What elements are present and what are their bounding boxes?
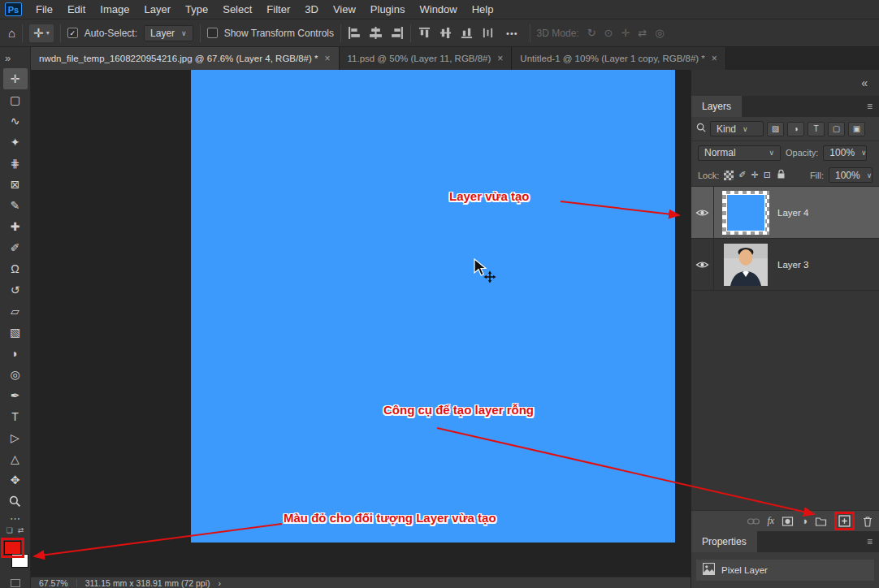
history-brush-tool[interactable]: ↺ xyxy=(3,279,28,300)
new-layer-button[interactable] xyxy=(838,515,851,527)
type-tool[interactable]: T xyxy=(3,406,28,427)
menu-filter[interactable]: Filter xyxy=(259,3,297,15)
collapse-panels-chevrons[interactable]: « xyxy=(861,76,868,89)
eraser-tool[interactable]: ▱ xyxy=(3,300,28,322)
menu-3d[interactable]: 3D xyxy=(297,3,326,15)
default-colors-icon[interactable]: ❏ xyxy=(6,526,13,534)
menu-layer[interactable]: Layer xyxy=(137,3,179,15)
tab-document-3[interactable]: Untitled-1 @ 109% (Layer 1 copy, RGB/8#)… xyxy=(512,47,726,70)
blur-tool[interactable]: ◗ xyxy=(3,343,28,364)
link-layers-icon[interactable] xyxy=(747,516,760,527)
gradient-tool[interactable]: ▧ xyxy=(3,322,28,343)
more-options-button[interactable]: ••• xyxy=(501,27,523,40)
layer-name[interactable]: Layer 3 xyxy=(777,260,808,270)
opacity-dropdown[interactable]: 100% ∨ xyxy=(823,145,867,161)
close-icon[interactable]: × xyxy=(497,53,503,64)
eyedropper-tool[interactable]: ✎ xyxy=(3,195,28,216)
path-selection-tool[interactable]: ▷ xyxy=(3,427,28,448)
layer-name[interactable]: Layer 4 xyxy=(777,208,808,218)
layer-style-fx-icon[interactable]: fx xyxy=(767,515,774,527)
align-right-edges-icon[interactable] xyxy=(390,27,404,39)
tab-document-1[interactable]: nwdn_file_temp_1608220954216.jpg @ 67.6%… xyxy=(31,47,340,70)
close-icon[interactable]: × xyxy=(324,53,330,64)
align-bottom-edges-icon[interactable] xyxy=(460,27,474,39)
distribute-horizontal-icon[interactable] xyxy=(481,27,495,39)
lock-transparency-icon[interactable] xyxy=(724,171,734,180)
menu-window[interactable]: Window xyxy=(412,3,464,15)
fill-dropdown[interactable]: 100% ∨ xyxy=(829,167,873,183)
delete-layer-trash-icon[interactable] xyxy=(862,516,873,527)
menu-type[interactable]: Type xyxy=(178,3,215,15)
shape-layer-filter-icon[interactable]: ▢ xyxy=(828,122,845,136)
panel-menu-icon[interactable]: ≡ xyxy=(867,96,879,117)
lock-artboard-icon[interactable]: ⊡ xyxy=(764,170,771,180)
toolbar-collapse-chevrons[interactable]: » xyxy=(0,47,30,68)
3d-pan-icon[interactable]: ✛ xyxy=(621,27,630,39)
3d-roll-icon[interactable]: ⊙ xyxy=(604,27,613,39)
3d-zoom-icon[interactable]: ◎ xyxy=(655,27,664,39)
auto-select-target-dropdown[interactable]: Layer ∨ xyxy=(144,25,193,41)
align-left-edges-icon[interactable] xyxy=(348,27,362,39)
show-transform-checkbox[interactable] xyxy=(207,28,218,38)
menu-select[interactable]: Select xyxy=(215,3,259,15)
shape-tool[interactable]: △ xyxy=(3,448,28,469)
brush-tool[interactable]: ✐ xyxy=(3,237,28,258)
menu-plugins[interactable]: Plugins xyxy=(363,3,413,15)
zoom-tool[interactable] xyxy=(3,491,28,512)
lasso-tool[interactable]: ∿ xyxy=(3,110,28,132)
tab-properties[interactable]: Properties xyxy=(691,531,757,552)
visibility-eye-icon[interactable] xyxy=(691,187,714,238)
align-horizontal-centers-icon[interactable] xyxy=(369,27,383,39)
edit-toolbar-dots-icon[interactable]: ⋯ xyxy=(10,512,20,525)
quick-selection-tool[interactable]: ✦ xyxy=(3,132,28,153)
clone-stamp-tool[interactable]: Ω xyxy=(3,258,28,279)
layer-row-layer-3[interactable]: Layer 3 xyxy=(691,239,879,291)
lock-pixels-icon[interactable]: ✐ xyxy=(738,170,746,180)
dodge-tool[interactable]: ◎ xyxy=(3,364,28,385)
type-layer-filter-icon[interactable]: T xyxy=(808,122,825,136)
menu-view[interactable]: View xyxy=(326,3,363,15)
zoom-level-field[interactable]: 67.57% xyxy=(39,578,68,588)
layer-row-layer-4[interactable]: Layer 4 xyxy=(691,187,879,239)
tab-layers[interactable]: Layers xyxy=(691,96,742,117)
3d-orbit-icon[interactable]: ↻ xyxy=(587,27,596,39)
align-top-edges-icon[interactable] xyxy=(418,27,431,39)
adjustment-layer-icon[interactable]: ◑ xyxy=(801,515,808,527)
layer-thumbnail-blue[interactable] xyxy=(722,191,769,235)
adjustment-layer-filter-icon[interactable]: ◑ xyxy=(787,122,804,136)
rectangular-marquee-tool[interactable]: ▢ xyxy=(3,89,28,110)
hand-tool[interactable]: ✥ xyxy=(3,469,28,491)
canvas-workspace[interactable] xyxy=(31,70,691,577)
smart-object-filter-icon[interactable]: ▣ xyxy=(848,122,865,136)
layer-thumbnail-portrait[interactable] xyxy=(722,243,769,287)
pen-tool[interactable]: ✒ xyxy=(3,385,28,406)
pixel-layer-filter-icon[interactable]: ▨ xyxy=(767,122,784,136)
menu-file[interactable]: File xyxy=(28,3,60,15)
menu-edit[interactable]: Edit xyxy=(60,3,93,15)
menu-help[interactable]: Help xyxy=(465,3,501,15)
move-tool[interactable]: ✛ xyxy=(3,68,28,89)
tab-document-2[interactable]: 11.psd @ 50% (Layer 11, RGB/8#) × xyxy=(340,47,513,70)
layer-mask-icon[interactable] xyxy=(782,516,794,527)
align-vertical-centers-icon[interactable] xyxy=(439,27,452,39)
close-icon[interactable]: × xyxy=(712,53,717,64)
screen-mode-icon[interactable] xyxy=(11,579,20,587)
document-canvas-blue-layer[interactable] xyxy=(191,70,675,543)
blend-mode-dropdown[interactable]: Normal ∨ xyxy=(698,145,781,161)
panel-menu-icon[interactable]: ≡ xyxy=(867,531,879,552)
lock-position-icon[interactable]: ✛ xyxy=(751,170,759,180)
menu-image[interactable]: Image xyxy=(93,3,136,15)
new-group-folder-icon[interactable] xyxy=(815,516,827,526)
frame-tool[interactable]: ⊠ xyxy=(3,174,28,195)
auto-select-checkbox[interactable]: ✓ xyxy=(67,28,78,38)
kind-filter-dropdown[interactable]: Kind ∨ xyxy=(710,121,764,136)
healing-brush-tool[interactable]: ✚ xyxy=(3,216,28,237)
visibility-eye-icon[interactable] xyxy=(691,239,714,290)
move-tool-preset[interactable]: ✛ ▾ xyxy=(29,24,54,42)
lock-all-icon[interactable] xyxy=(776,168,786,183)
home-icon[interactable]: ⌂ xyxy=(8,26,15,40)
3d-slide-icon[interactable]: ⇄ xyxy=(638,27,647,39)
crop-tool[interactable]: ⋕ xyxy=(3,153,28,174)
status-chevron-icon[interactable]: › xyxy=(219,578,222,588)
swap-colors-icon[interactable]: ⇄ xyxy=(18,526,24,534)
